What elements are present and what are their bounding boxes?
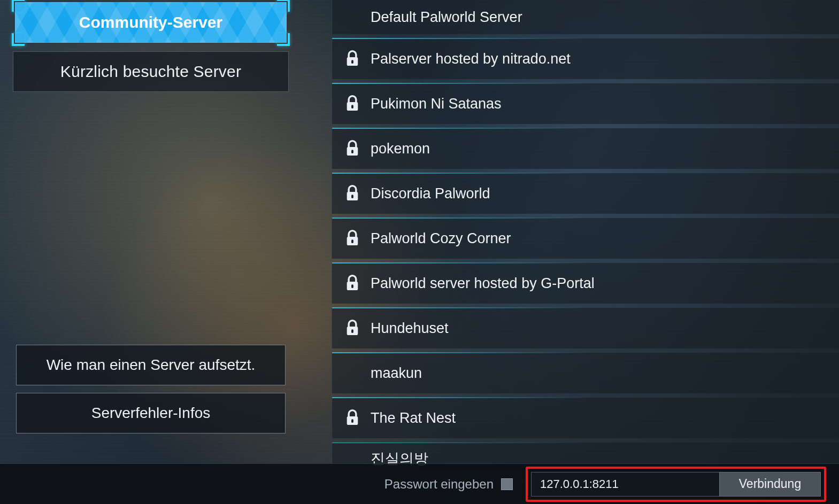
lock-icon <box>345 139 360 157</box>
server-name: Palserver hosted by nitrado.net <box>371 51 571 67</box>
connect-button[interactable]: Verbindung <box>719 472 821 497</box>
server-name: maakun <box>371 365 422 382</box>
server-row[interactable]: maakun <box>332 353 839 393</box>
lock-icon <box>345 274 360 291</box>
server-browser-screen: Community-Server Kürzlich besuchte Serve… <box>0 0 839 504</box>
server-list[interactable]: Default Palworld ServerPalserver hosted … <box>332 0 839 470</box>
server-row[interactable]: Hundehuset <box>332 308 839 348</box>
help-setup-button[interactable]: Wie man einen Server aufsetzt. <box>16 345 286 385</box>
tab-community-wrap: Community-Server <box>13 0 289 45</box>
lock-icon <box>345 184 360 201</box>
server-row[interactable]: The Rat Nest <box>332 398 839 438</box>
server-name: Palworld server hosted by G-Portal <box>371 275 595 292</box>
lock-icon <box>345 319 360 336</box>
help-setup-label: Wie man einen Server aufsetzt. <box>47 356 256 374</box>
server-name: Discordia Palworld <box>371 185 490 202</box>
server-name: Default Palworld Server <box>371 9 522 26</box>
server-name: Hundehuset <box>371 320 449 337</box>
help-stack: Wie man einen Server aufsetzt. Serverfeh… <box>16 345 286 441</box>
server-name: pokemon <box>371 141 430 157</box>
tab-recent-servers[interactable]: Kürzlich besuchte Server <box>13 51 289 92</box>
bottom-bar: Passwort eingeben Verbindung <box>0 463 839 504</box>
server-row[interactable]: Discordia Palworld <box>332 173 839 214</box>
ip-address-input[interactable] <box>531 472 719 497</box>
direct-connect-group: Verbindung <box>526 467 826 502</box>
svg-rect-5 <box>351 150 353 153</box>
lock-icon <box>345 409 360 426</box>
lock-icon <box>345 229 360 246</box>
help-errors-button[interactable]: Serverfehler-Infos <box>16 393 286 433</box>
svg-rect-1 <box>351 60 353 64</box>
svg-rect-15 <box>351 419 353 423</box>
tab-community-label: Community-Server <box>79 13 222 32</box>
server-row[interactable]: Palworld server hosted by G-Portal <box>332 263 839 304</box>
lock-icon <box>345 95 360 112</box>
server-row[interactable]: Palworld Cozy Corner <box>332 218 839 259</box>
svg-rect-13 <box>351 329 353 333</box>
password-checkbox[interactable] <box>501 478 513 490</box>
lock-icon <box>345 50 360 67</box>
connect-button-label: Verbindung <box>739 477 801 491</box>
server-name: Palworld Cozy Corner <box>371 230 511 247</box>
server-row[interactable]: Pukimon Ni Satanas <box>332 83 839 124</box>
svg-rect-11 <box>351 284 353 288</box>
server-name: Pukimon Ni Satanas <box>371 96 502 112</box>
svg-rect-7 <box>351 195 353 198</box>
tab-community-server[interactable]: Community-Server <box>15 2 287 43</box>
server-row[interactable]: pokemon <box>332 128 839 169</box>
tab-stack: Community-Server Kürzlich besuchte Serve… <box>13 0 289 92</box>
tab-recent-label: Kürzlich besuchte Server <box>60 63 241 81</box>
password-label: Passwort eingeben <box>384 477 494 492</box>
server-row[interactable]: Default Palworld Server <box>332 0 839 34</box>
svg-rect-9 <box>351 239 353 243</box>
server-name: The Rat Nest <box>371 410 456 427</box>
server-row[interactable]: Palserver hosted by nitrado.net <box>332 38 839 79</box>
help-errors-label: Serverfehler-Infos <box>91 405 211 422</box>
svg-rect-3 <box>351 105 353 108</box>
